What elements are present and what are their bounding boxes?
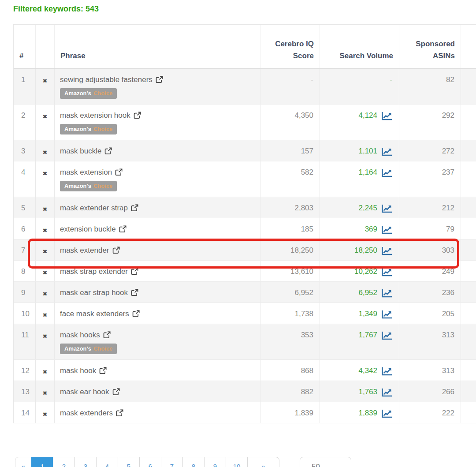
close-icon[interactable]: ✖ [43,333,48,340]
trend-chart-icon[interactable] [381,247,392,256]
column-header-phrase[interactable]: Phrase [55,25,260,68]
external-link-icon[interactable] [134,112,141,119]
pagination-page-7[interactable]: 7 [161,457,183,467]
row-number: 3 [14,140,36,161]
remove-keyword-button[interactable]: ✖ [36,402,55,423]
external-link-icon[interactable] [104,147,112,155]
phrase-cell: mask extender [55,239,260,260]
search-volume-value: 369 [365,225,377,234]
trend-chart-icon[interactable] [381,268,392,277]
keyword-phrase: mask extender [60,246,109,255]
pagination-page-5[interactable]: 5 [118,457,140,467]
remove-keyword-button[interactable]: ✖ [36,69,55,104]
trend-chart-icon[interactable] [381,147,392,157]
trend-chart-icon[interactable] [381,310,392,319]
row-number: 5 [14,197,36,218]
remove-keyword-button[interactable]: ✖ [36,381,55,402]
close-icon[interactable]: ✖ [43,291,48,297]
sponsored-asins-value: 292 [399,105,461,140]
remove-keyword-button[interactable]: ✖ [36,324,55,359]
close-icon[interactable]: ✖ [43,269,48,276]
pagination-page-3[interactable]: 3 [74,457,97,467]
amazons-choice-badge-brand: Amazon's [64,183,91,189]
close-icon[interactable]: ✖ [43,149,48,156]
column-header-cerebro-iq-score[interactable]: Cerebro IQ Score [260,25,320,68]
remove-keyword-button[interactable]: ✖ [36,261,55,281]
pagination-page-10[interactable]: 10 [226,457,248,467]
trend-chart-icon[interactable] [381,388,392,397]
external-link-icon[interactable] [156,76,163,83]
extra-column-cell [461,402,476,423]
trend-chart-icon[interactable] [381,289,392,298]
remove-keyword-button[interactable]: ✖ [36,161,55,197]
filtered-keywords-text: Filtered keywords: [13,4,83,13]
pagination-page-1[interactable]: 1 [31,457,53,467]
remove-keyword-button[interactable]: ✖ [36,239,55,260]
close-icon[interactable]: ✖ [43,227,48,234]
external-link-icon[interactable] [112,247,120,254]
page-size-select[interactable]: 50 [300,457,351,467]
external-link-icon[interactable] [131,204,138,212]
search-volume-cell: 18,250 [320,239,399,260]
pagination-prev-button[interactable]: « [15,457,32,467]
pagination-page-6[interactable]: 6 [139,457,161,467]
external-link-icon[interactable] [112,388,120,396]
close-icon[interactable]: ✖ [43,78,48,84]
remove-keyword-button[interactable]: ✖ [36,282,55,303]
pagination-page-2[interactable]: 2 [53,457,75,467]
pagination-next-button[interactable]: » [247,457,279,467]
amazons-choice-badge: Amazon'sChoice [60,88,117,99]
external-link-icon[interactable] [119,225,126,233]
remove-keyword-button[interactable]: ✖ [36,303,55,324]
remove-keyword-button[interactable]: ✖ [36,218,55,239]
remove-keyword-button[interactable]: ✖ [36,105,55,140]
search-volume-value: 2,245 [358,204,377,213]
trend-chart-icon[interactable] [381,225,392,235]
trend-chart-icon[interactable] [381,112,392,121]
search-volume-cell: 1,349 [320,303,399,324]
column-header-sponsored-asins[interactable]: Sponsored ASINs [399,25,461,68]
extra-column-cell [461,381,476,402]
external-link-icon[interactable] [116,409,123,417]
extra-column-cell [461,261,476,281]
close-icon[interactable]: ✖ [43,390,48,396]
keyword-phrase: mask hooks [60,331,100,340]
close-icon[interactable]: ✖ [43,248,48,255]
trend-chart-icon[interactable] [381,409,392,418]
external-link-icon[interactable] [131,268,138,275]
close-icon[interactable]: ✖ [43,411,48,418]
remove-keyword-button[interactable]: ✖ [36,197,55,218]
external-link-icon[interactable] [131,289,138,296]
trend-chart-icon[interactable] [381,367,392,376]
close-icon[interactable]: ✖ [43,312,48,318]
trend-chart-icon[interactable] [381,168,392,178]
search-volume-cell: 369 [320,218,399,239]
pagination-page-4[interactable]: 4 [96,457,118,467]
amazons-choice-badge: Amazon'sChoice [60,181,117,191]
external-link-icon[interactable] [99,367,107,374]
extra-column-cell [461,360,476,381]
trend-chart-icon[interactable] [381,331,392,340]
close-icon[interactable]: ✖ [43,170,48,177]
pagination-page-8[interactable]: 8 [182,457,205,467]
search-volume-value: 1,349 [358,310,377,318]
close-icon[interactable]: ✖ [43,369,48,375]
external-link-icon[interactable] [103,331,111,339]
amazons-choice-badge-word: Choice [93,126,112,132]
pagination-page-9[interactable]: 9 [204,457,226,467]
row-number: 8 [14,261,36,281]
close-icon[interactable]: ✖ [43,113,48,120]
remove-keyword-button[interactable]: ✖ [36,140,55,161]
external-link-icon[interactable] [115,168,123,176]
extra-column-cell [461,324,476,359]
trend-chart-icon[interactable] [381,204,392,213]
remove-keyword-button[interactable]: ✖ [36,360,55,381]
phrase-cell: extension buckle [55,218,260,239]
external-link-icon[interactable] [132,310,140,318]
phrase-cell: mask hooks Amazon'sChoice [55,324,260,359]
column-header-search-volume[interactable]: Search Volume [320,25,399,68]
close-icon[interactable]: ✖ [43,206,48,213]
extra-column-cell [461,282,476,303]
table-row: 3 ✖ mask buckle 157 1,101 272 [14,140,476,161]
table-row: 13 ✖ mask ear hook 882 1,763 266 [14,381,476,402]
